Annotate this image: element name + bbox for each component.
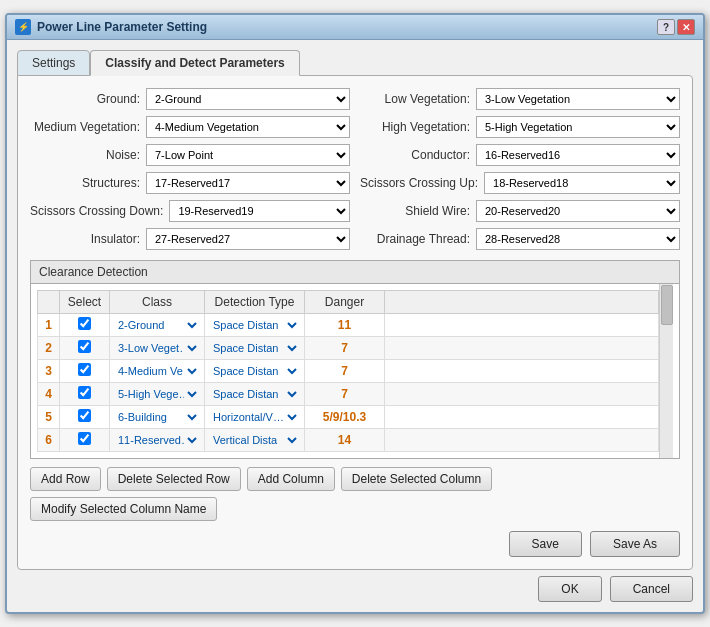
table-row: 56-BuildingHorizontal/V…5/9/10.3 xyxy=(38,406,659,429)
title-bar: ⚡ Power Line Parameter Setting ? ✕ xyxy=(7,15,703,40)
row-class: 5-High Vege… xyxy=(110,383,205,406)
detection-select[interactable]: Space Distan xyxy=(209,364,300,378)
ok-button[interactable]: OK xyxy=(538,576,601,602)
class-select[interactable]: 4-Medium Ve… xyxy=(114,364,200,378)
scissors-down-row: Scissors Crossing Down: 19-Reserved19 xyxy=(30,200,350,222)
clearance-table: Select Class Detection Type Danger 12-Gr… xyxy=(37,290,659,452)
noise-select[interactable]: 7-Low Point xyxy=(146,144,350,166)
row-extra xyxy=(385,337,659,360)
row-number: 5 xyxy=(38,406,60,429)
detection-select[interactable]: Space Distan xyxy=(209,387,300,401)
row-checkbox[interactable] xyxy=(78,409,91,422)
modify-column-button[interactable]: Modify Selected Column Name xyxy=(30,497,217,521)
row-checkbox[interactable] xyxy=(78,386,91,399)
add-column-button[interactable]: Add Column xyxy=(247,467,335,491)
col-select: Select xyxy=(60,291,110,314)
row-danger: 7 xyxy=(305,337,385,360)
row-checkbox-cell xyxy=(60,314,110,337)
row-class: 11-Reserved… xyxy=(110,429,205,452)
shield-wire-label: Shield Wire: xyxy=(360,204,470,218)
structures-label: Structures: xyxy=(30,176,140,190)
row-number: 1 xyxy=(38,314,60,337)
structures-select[interactable]: 17-Reserved17 xyxy=(146,172,350,194)
high-veg-row: High Vegetation: 5-High Vegetation xyxy=(360,116,680,138)
row-extra xyxy=(385,429,659,452)
class-select[interactable]: 5-High Vege… xyxy=(114,387,200,401)
shield-wire-row: Shield Wire: 20-Reserved20 xyxy=(360,200,680,222)
clearance-box: Clearance Detection Select Class Detecti… xyxy=(30,260,680,459)
scissors-up-select[interactable]: 18-Reserved18 xyxy=(484,172,680,194)
row-extra xyxy=(385,406,659,429)
row-checkbox-cell xyxy=(60,406,110,429)
app-icon: ⚡ xyxy=(15,19,31,35)
detection-select[interactable]: Space Distan xyxy=(209,341,300,355)
class-select[interactable]: 2-Ground xyxy=(114,318,200,332)
save-button[interactable]: Save xyxy=(509,531,582,557)
insulator-select[interactable]: 27-Reserved27 xyxy=(146,228,350,250)
row-class: 4-Medium Ve… xyxy=(110,360,205,383)
close-button[interactable]: ✕ xyxy=(677,19,695,35)
table-row: 34-Medium Ve…Space Distan7 xyxy=(38,360,659,383)
tab-settings[interactable]: Settings xyxy=(17,50,90,76)
row-checkbox[interactable] xyxy=(78,432,91,445)
structures-row: Structures: 17-Reserved17 xyxy=(30,172,350,194)
help-button[interactable]: ? xyxy=(657,19,675,35)
cancel-button[interactable]: Cancel xyxy=(610,576,693,602)
row-detection: Horizontal/V… xyxy=(205,406,305,429)
row-danger: 7 xyxy=(305,383,385,406)
med-veg-select[interactable]: 4-Medium Vegetation xyxy=(146,116,350,138)
row-checkbox-cell xyxy=(60,383,110,406)
conductor-select[interactable]: 16-Reserved16 xyxy=(476,144,680,166)
row-checkbox[interactable] xyxy=(78,340,91,353)
row-class: 3-Low Veget… xyxy=(110,337,205,360)
shield-wire-select[interactable]: 20-Reserved20 xyxy=(476,200,680,222)
clearance-title: Clearance Detection xyxy=(31,261,679,284)
row-extra xyxy=(385,360,659,383)
scrollbar-thumb[interactable] xyxy=(661,285,673,325)
row-extra xyxy=(385,314,659,337)
row-checkbox[interactable] xyxy=(78,363,91,376)
table-row: 12-GroundSpace Distan11 xyxy=(38,314,659,337)
class-select[interactable]: 3-Low Veget… xyxy=(114,341,200,355)
save-as-button[interactable]: Save As xyxy=(590,531,680,557)
delete-column-button[interactable]: Delete Selected Column xyxy=(341,467,492,491)
row-extra xyxy=(385,383,659,406)
table-row: 45-High Vege…Space Distan7 xyxy=(38,383,659,406)
ground-select[interactable]: 2-Ground xyxy=(146,88,350,110)
add-row-button[interactable]: Add Row xyxy=(30,467,101,491)
delete-row-button[interactable]: Delete Selected Row xyxy=(107,467,241,491)
class-select[interactable]: 11-Reserved… xyxy=(114,433,200,447)
col-extra xyxy=(385,291,659,314)
row-checkbox[interactable] xyxy=(78,317,91,330)
row-number: 3 xyxy=(38,360,60,383)
detection-select[interactable]: Space Distan xyxy=(209,318,300,332)
class-select[interactable]: 6-Building xyxy=(114,410,200,424)
low-veg-select[interactable]: 3-Low Vegetation xyxy=(476,88,680,110)
drainage-select[interactable]: 28-Reserved28 xyxy=(476,228,680,250)
row-detection: Vertical Dista xyxy=(205,429,305,452)
tabs-header: Settings Classify and Detect Parameters xyxy=(17,50,693,76)
ground-row: Ground: 2-Ground xyxy=(30,88,350,110)
table-wrapper[interactable]: Select Class Detection Type Danger 12-Gr… xyxy=(37,290,673,452)
scrollbar-track[interactable] xyxy=(659,284,673,458)
row-detection: Space Distan xyxy=(205,383,305,406)
high-veg-label: High Vegetation: xyxy=(360,120,470,134)
table-row: 611-Reserved…Vertical Dista14 xyxy=(38,429,659,452)
table-row: 23-Low Veget…Space Distan7 xyxy=(38,337,659,360)
detection-select[interactable]: Vertical Dista xyxy=(209,433,300,447)
conductor-row: Conductor: 16-Reserved16 xyxy=(360,144,680,166)
row-class: 6-Building xyxy=(110,406,205,429)
conductor-label: Conductor: xyxy=(360,148,470,162)
row-danger: 14 xyxy=(305,429,385,452)
tab-classify[interactable]: Classify and Detect Parameters xyxy=(90,50,299,76)
row-detection: Space Distan xyxy=(205,337,305,360)
scissors-down-select[interactable]: 19-Reserved19 xyxy=(169,200,350,222)
title-buttons: ? ✕ xyxy=(657,19,695,35)
scissors-down-label: Scissors Crossing Down: xyxy=(30,204,163,218)
row-checkbox-cell xyxy=(60,337,110,360)
detection-select[interactable]: Horizontal/V… xyxy=(209,410,300,424)
row-danger: 5/9/10.3 xyxy=(305,406,385,429)
drainage-row: Drainage Thread: 28-Reserved28 xyxy=(360,228,680,250)
high-veg-select[interactable]: 5-High Vegetation xyxy=(476,116,680,138)
low-veg-label: Low Vegetation: xyxy=(360,92,470,106)
